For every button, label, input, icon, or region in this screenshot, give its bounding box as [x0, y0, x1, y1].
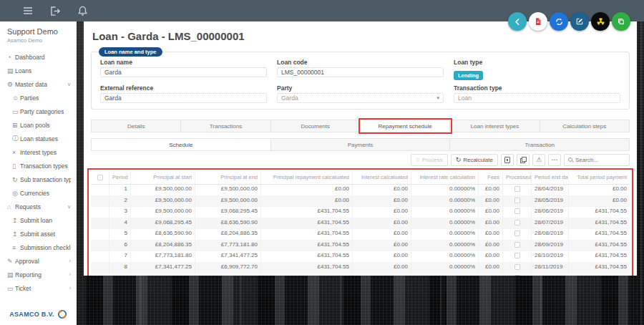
processed-checkbox[interactable] [514, 220, 520, 225]
sidebar-item-sub-transaction-types[interactable]: ↻Sub transaction types [7, 173, 77, 186]
table-row-period-7[interactable]: 7£7,773,181.80£7,341,477.25£431,704.55£0… [91, 251, 630, 263]
approval-icon: ✎ [7, 258, 15, 265]
sidebar-item-submit-asset[interactable]: ↥Submit asset [7, 227, 77, 241]
cell-period: 7 [109, 251, 131, 262]
duplicate-button[interactable] [612, 12, 630, 31]
sidebar-item-loan-pools[interactable]: ⊞Loan pools [7, 118, 77, 132]
cell-period: 8 [109, 263, 131, 273]
asamco-logo: ASAMCO B.V. [0, 309, 77, 319]
column-header-processed[interactable]: Processed [503, 172, 532, 184]
chevron-icon: ∨ [67, 82, 71, 87]
sidebar-item-loans[interactable]: ▤Loans [7, 64, 77, 77]
sidebar-item-party-categories[interactable]: ▭Party categories [7, 105, 77, 118]
tab-calculation-steps[interactable]: Calculation steps [540, 120, 629, 132]
sidebar-item-submit-loan[interactable]: ↥Submit loan [7, 213, 77, 227]
processed-checkbox[interactable] [514, 208, 520, 214]
column-header-principal_at_start[interactable]: Principal at start [131, 172, 195, 184]
loan-code-input[interactable]: LMS_00000001 [277, 67, 444, 77]
external-reference-input[interactable]: Garda [100, 93, 267, 103]
org-subtitle: Asamco Demo [7, 37, 77, 44]
transaction-type-input[interactable]: Loan [454, 93, 620, 103]
cell-processed [503, 196, 532, 207]
notifications-button[interactable] [77, 4, 89, 17]
parties-icon: ☺ [12, 94, 20, 102]
processed-checkbox[interactable] [514, 186, 520, 192]
cell-interest_rate_calculation: 0.00000% [411, 229, 479, 240]
transaction-type-label: Transaction type [454, 84, 620, 92]
radiation-button[interactable] [591, 12, 610, 31]
sidebar-item-loan-statuses[interactable]: ⓘLoan statuses [7, 132, 77, 145]
column-header-total_period_payment[interactable]: Total period payment [569, 172, 630, 184]
search-input[interactable] [575, 157, 625, 163]
warning-button[interactable]: ⚠ [532, 154, 545, 166]
subtab-transaction[interactable]: Transaction [450, 139, 629, 150]
processed-checkbox[interactable] [514, 253, 520, 258]
table-row-period-1[interactable]: 1£9,500,000.00£9,500,000.00£0.00£0.000.0… [91, 185, 630, 196]
tab-transactions[interactable]: Transactions [181, 120, 270, 132]
sidebar-item-ticket[interactable]: ▭Ticket› [7, 281, 77, 295]
sidebar-item-master-data[interactable]: ⚙Master data∨ [7, 77, 77, 91]
column-header-fees[interactable]: Fees [479, 172, 503, 184]
sidebar-item-reporting[interactable]: ▤Reporting› [7, 268, 77, 281]
column-header-period_end_date[interactable]: Period end date [532, 172, 569, 184]
search-icon [568, 157, 572, 162]
cell-processed [503, 218, 532, 229]
tab-details[interactable]: Details [92, 120, 181, 132]
recalculate-label: Recalculate [463, 157, 493, 163]
select-all-checkbox[interactable] [97, 175, 103, 180]
cell-period_end_date: 28/04/2019 [532, 185, 569, 195]
tab-loan-interest-types[interactable]: Loan interest types [450, 120, 540, 132]
table-row-period-2[interactable]: 2£9,500,000.00£9,500,000.00£0.00£0.000.0… [91, 196, 630, 208]
column-header-period[interactable]: Period [109, 172, 131, 184]
recalculate-button[interactable]: ↻ Recalculate [451, 154, 498, 166]
cell-select [91, 185, 109, 195]
cell-principal_at_end: £9,068,295.45 [195, 207, 261, 218]
sidebar-item-submission-checklists[interactable]: ≡Submission checklists [7, 241, 77, 254]
more-options-button[interactable]: ⋯ [548, 154, 561, 166]
column-header-interest_rate_calculation[interactable]: Interest rate calculation [411, 172, 479, 184]
sidebar-item-interest-types[interactable]: ×Interest types [7, 145, 77, 159]
subtab-payments[interactable]: Payments [271, 139, 451, 150]
sidebar-item-transaction-types[interactable]: ▯Transaction types [7, 159, 77, 173]
edit-button[interactable] [570, 12, 589, 31]
tab-documents[interactable]: Documents [271, 120, 361, 132]
sidebar-item-approval[interactable]: ✎Approval› [7, 254, 77, 268]
table-row-period-5[interactable]: 5£8,636,590.90£8,204,886.35£431,704.55£0… [91, 229, 630, 241]
export-button[interactable] [501, 154, 514, 166]
party-select[interactable]: Garda ▾ [277, 93, 444, 103]
processed-checkbox[interactable] [514, 242, 520, 248]
pdf-file-icon [534, 17, 542, 26]
table-row-period-4[interactable]: 4£9,068,295.45£8,636,590.90£431,704.55£0… [91, 218, 630, 230]
loan-name-input[interactable]: Garda [100, 67, 267, 77]
process-button[interactable]: ○ Process [411, 154, 447, 166]
sidebar-item-requests[interactable]: ⌂Requests∨ [7, 200, 77, 213]
cell-interest_rate_calculation: 0.00000% [411, 185, 479, 195]
menu-button[interactable] [21, 5, 34, 16]
column-header-interest_calculated[interactable]: Interest calcaluated [353, 172, 411, 184]
refresh-button[interactable] [550, 12, 568, 31]
processed-checkbox[interactable] [514, 264, 520, 270]
process-label: Process [422, 157, 443, 163]
cell-interest_rate_calculation: 0.00000% [411, 241, 479, 251]
cell-period: 5 [109, 229, 131, 240]
sidebar-item-dashboard[interactable]: ◔Dashboard [7, 50, 77, 64]
table-row-period-6[interactable]: 6£8,204,886.35£7,773,181.80£431,704.55£0… [91, 241, 630, 252]
loans-icon: ▤ [7, 67, 15, 74]
export-pdf-button[interactable] [529, 12, 547, 31]
cell-fees: £0.00 [479, 218, 503, 229]
copy-button[interactable] [517, 154, 530, 166]
subtab-schedule[interactable]: Schedule [92, 139, 271, 150]
back-button[interactable] [508, 12, 527, 31]
processed-checkbox[interactable] [514, 275, 520, 276]
column-header-principal_repayment_calculated[interactable]: Principal repayment calcaluated [261, 172, 353, 184]
column-header-principal_at_end[interactable]: Principal at end [195, 172, 261, 184]
logout-button[interactable] [49, 5, 62, 17]
table-row-period-9[interactable]: 9£6,909,772.70£6,478,068.15£431,704.55£0… [91, 273, 630, 276]
processed-checkbox[interactable] [514, 198, 520, 203]
tab-repayment-schedule[interactable]: Repayment schedule [361, 120, 450, 132]
table-row-period-8[interactable]: 8£7,341,477.25£6,909,772.70£431,704.55£0… [91, 263, 630, 274]
sidebar-item-parties[interactable]: ☺Parties [7, 91, 77, 105]
processed-checkbox[interactable] [514, 231, 520, 236]
sidebar-item-currencies[interactable]: ◎Currencies [7, 186, 77, 200]
table-row-period-3[interactable]: 3£9,500,000.00£9,068,295.45£431,704.55£0… [91, 207, 630, 218]
